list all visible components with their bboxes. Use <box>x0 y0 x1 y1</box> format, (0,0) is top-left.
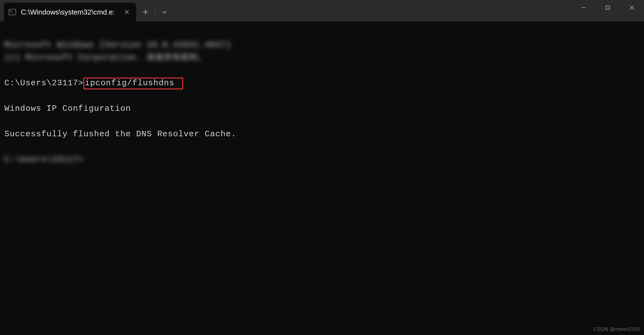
plus-icon <box>143 9 148 15</box>
title-bar: C:\Windows\system32\cmd.e: <box>0 0 644 21</box>
terminal-output[interactable]: Microsoft Windows [Version 10.0.22631.40… <box>0 21 644 171</box>
tab-active[interactable]: C:\Windows\system32\cmd.e: <box>4 3 136 21</box>
blurred-prompt: C:\Users\23117> <box>4 155 83 164</box>
terminal-icon <box>9 9 16 15</box>
output-heading: Windows IP Configuration <box>4 104 131 113</box>
minimize-button[interactable] <box>572 0 596 15</box>
maximize-icon <box>605 5 610 10</box>
tab-title: C:\Windows\system32\cmd.e: <box>21 8 115 16</box>
output-message: Successfully flushed the DNS Resolver Ca… <box>4 129 236 139</box>
watermark: CSDN @cheer2333 <box>593 326 640 332</box>
tab-close-button[interactable] <box>122 8 131 16</box>
svg-rect-5 <box>606 6 609 9</box>
close-window-button[interactable] <box>620 0 644 15</box>
blurred-header-line1: Microsoft Windows [Version 10.0.22631.40… <box>4 39 640 52</box>
window-controls <box>572 0 644 15</box>
maximize-button[interactable] <box>596 0 620 15</box>
prompt-text: C:\Users\23117> <box>4 78 83 88</box>
close-icon <box>629 5 634 10</box>
titlebar-divider <box>155 7 155 17</box>
minimize-icon <box>581 5 586 10</box>
blurred-header-line2: (c) Microsoft Corporation. 保留所有权利。 <box>4 51 640 64</box>
close-icon <box>124 10 129 15</box>
tab-dropdown-button[interactable] <box>157 4 172 20</box>
highlighted-command: ipconfig/flushdns <box>83 78 183 89</box>
new-tab-button[interactable] <box>138 4 153 20</box>
chevron-down-icon <box>162 9 167 15</box>
